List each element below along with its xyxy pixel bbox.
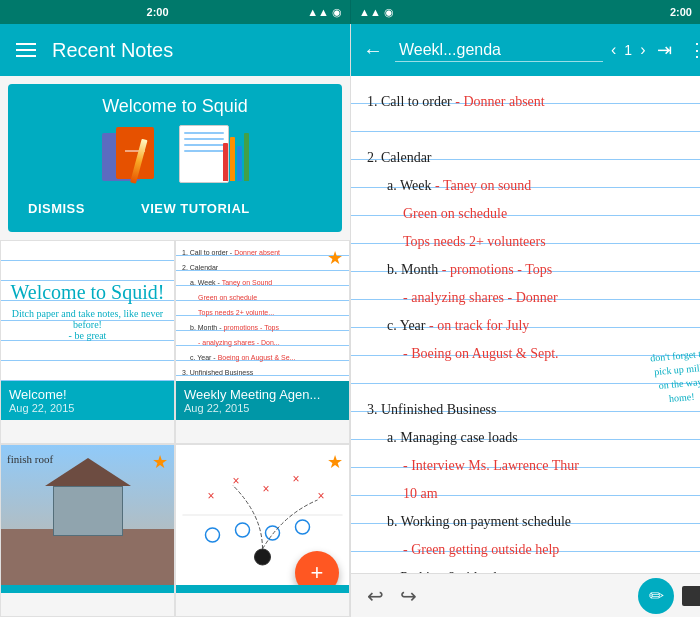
note-title-weekly: Weekly Meeting Agen...	[184, 387, 341, 402]
expand-icon[interactable]: ⇥	[653, 35, 676, 65]
note-preview-welcome: Welcome to Squid! Ditch paper and take n…	[1, 241, 174, 381]
line-1: 1. Call to order - Donner absent	[367, 88, 700, 116]
note-footer-weekly: Weekly Meeting Agen... Aug 22, 2015	[176, 381, 349, 420]
app-title: Recent Notes	[52, 39, 334, 62]
bottom-toolbar: ↩ ↪ ✏	[351, 573, 700, 617]
svg-point-9	[296, 520, 310, 534]
line-3b: b. Working on payment schedule	[367, 508, 700, 536]
status-icons-right: ▲▲ ◉	[359, 6, 394, 19]
note-date-weekly: Aug 22, 2015	[184, 402, 341, 414]
handwritten-annotation: don't forget to pick up milk on the way …	[648, 347, 700, 408]
view-tutorial-button[interactable]: VIEW TUTORIAL	[133, 197, 258, 220]
line-2a: a. Week - Taney on sound	[367, 172, 700, 200]
right-panel: ← ‹ 1 › ⇥ ⋮ 1. Call to order - Donner ab…	[350, 24, 700, 617]
note-preview-house: finish roof ★	[1, 445, 174, 585]
star-icon-house: ★	[152, 451, 168, 473]
back-button[interactable]: ←	[359, 35, 387, 66]
svg-text:×: ×	[293, 472, 300, 486]
left-panel: Recent Notes Welcome to Squid	[0, 24, 350, 617]
welcome-banner: Welcome to Squid	[8, 84, 342, 232]
line-3c: c. Parking & ride-share	[367, 564, 700, 573]
notebook-image	[102, 125, 167, 185]
document-title-input[interactable]	[395, 39, 603, 62]
note-text: 1. Call to order - Donner absent 2. Cale…	[367, 88, 700, 573]
house-body	[53, 486, 123, 536]
notes-grid: Welcome to Squid! Ditch paper and take n…	[0, 240, 350, 617]
redo-button[interactable]: ↪	[400, 584, 417, 608]
line-3b-1: - Green getting outside help	[367, 536, 700, 564]
house-wall	[53, 486, 123, 536]
status-right-icons-left: ▲▲ ◉	[307, 6, 342, 19]
banner-buttons: DISMISS VIEW TUTORIAL	[20, 197, 330, 220]
note-card-welcome[interactable]: Welcome to Squid! Ditch paper and take n…	[0, 240, 175, 444]
ground	[1, 529, 174, 585]
note-card-weekly[interactable]: 1. Call to order - Donner absent 2. Cale…	[175, 240, 350, 444]
note-preview-weekly: 1. Call to order - Donner absent 2. Cale…	[176, 241, 349, 381]
weekly-note-content: 1. Call to order - Donner absent 2. Cale…	[176, 241, 349, 381]
pencils-group	[223, 133, 249, 181]
line-2: 2. Calendar	[367, 144, 700, 172]
undo-button[interactable]: ↩	[367, 584, 384, 608]
welcome-subtext: Ditch paper and take notes, like never b…	[9, 308, 166, 330]
house-bg: finish roof	[1, 445, 174, 585]
line-3a: a. Managing case loads	[367, 424, 700, 452]
welcome-note-content: Welcome to Squid! Ditch paper and take n…	[1, 241, 174, 381]
right-toolbar: ← ‹ 1 › ⇥ ⋮	[351, 24, 700, 76]
line-2a-1: Green on schedule	[367, 200, 700, 228]
more-options-icon[interactable]: ⋮	[684, 35, 700, 65]
notepad	[179, 125, 229, 183]
color-picker-black[interactable]	[682, 586, 700, 606]
notepad-image	[179, 125, 249, 185]
note-footer-house	[1, 585, 174, 593]
line-3: 3. Unfinished Business	[367, 396, 700, 424]
note-date-welcome: Aug 22, 2015	[9, 402, 166, 414]
chevron-left-icon[interactable]: ‹	[611, 41, 616, 59]
star-icon-weekly: ★	[327, 247, 343, 269]
left-toolbar: Recent Notes	[0, 24, 350, 76]
note-card-house[interactable]: finish roof ★	[0, 444, 175, 617]
note-footer-plays	[176, 585, 349, 593]
pen-tool-button[interactable]: ✏	[638, 578, 674, 614]
status-time-left: 2:00	[147, 6, 169, 18]
house-roof	[45, 458, 131, 486]
note-content-area[interactable]: 1. Call to order - Donner absent 2. Cale…	[351, 76, 700, 573]
banner-images	[102, 125, 249, 185]
page-number: 1	[624, 42, 632, 58]
svg-point-7	[236, 523, 250, 537]
finish-roof-label: finish roof	[7, 453, 53, 465]
banner-title: Welcome to Squid	[102, 96, 248, 117]
svg-text:×: ×	[233, 474, 240, 488]
chevron-right-icon[interactable]: ›	[640, 41, 645, 59]
bottom-right-actions: ✏	[638, 578, 700, 614]
pen-icon: ✏	[649, 585, 664, 607]
star-icon-plays: ★	[327, 451, 343, 473]
line-3a-2: 10 am	[367, 480, 700, 508]
line-2b-1: - analyzing shares - Donner	[367, 284, 700, 312]
line-2a-2: Tops needs 2+ volunteers	[367, 228, 700, 256]
line-2b: b. Month - promotions - Tops	[367, 256, 700, 284]
line-2c: c. Year - on track for July	[367, 312, 700, 340]
svg-text:×: ×	[263, 482, 270, 496]
note-preview-plays: × × × × ×	[176, 445, 349, 585]
bottom-left-actions: ↩ ↪	[367, 584, 417, 608]
welcome-byline: - be great	[69, 330, 107, 341]
dismiss-button[interactable]: DISMISS	[20, 197, 93, 220]
line-3a-1: - Interview Ms. Lawrence Thur	[367, 452, 700, 480]
note-title-welcome: Welcome!	[9, 387, 166, 402]
welcome-text: Welcome to Squid!	[11, 281, 165, 304]
svg-point-6	[206, 528, 220, 542]
hamburger-menu[interactable]	[16, 43, 36, 57]
svg-text:×: ×	[208, 489, 215, 503]
note-footer-welcome: Welcome! Aug 22, 2015	[1, 381, 174, 420]
svg-point-10	[255, 549, 271, 565]
note-card-plays[interactable]: × × × × ×	[175, 444, 350, 617]
status-time-right: 2:00	[670, 6, 692, 18]
svg-text:×: ×	[318, 489, 325, 503]
